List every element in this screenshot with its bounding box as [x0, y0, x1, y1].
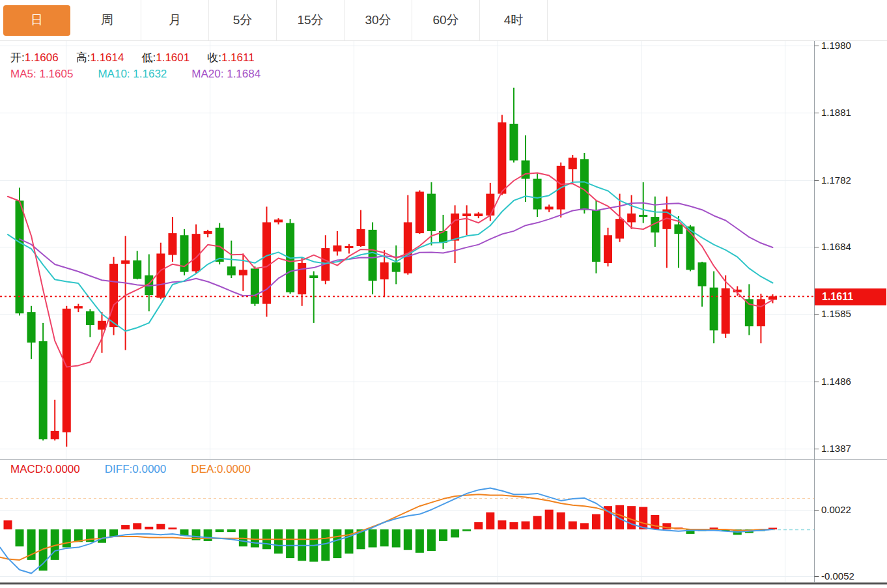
- trading-chart-app: 日周月5分15分30分60分4时 开:1.1606高:1.1614低:1.160…: [0, 0, 887, 588]
- macd-bar: [533, 516, 542, 529]
- diff-value: 0.0000: [132, 463, 166, 475]
- candle-body: [357, 229, 365, 246]
- candle-body: [239, 270, 247, 275]
- candle-body: [627, 214, 636, 223]
- candlestick-chart-canvas[interactable]: [0, 0, 887, 588]
- candle-body: [498, 122, 506, 194]
- low-value: 1.1601: [156, 51, 190, 64]
- price-axis-label: 1.1387: [821, 443, 851, 454]
- candle-body: [533, 179, 542, 210]
- candle-body: [27, 312, 36, 343]
- macd-bar: [404, 529, 412, 550]
- macd-bar: [415, 529, 424, 553]
- macd-bar: [227, 529, 236, 532]
- price-axis-label: 1.1782: [821, 175, 851, 186]
- candle-body: [404, 222, 412, 273]
- candle-body: [369, 230, 377, 281]
- macd-bar: [216, 529, 224, 532]
- candle-body: [639, 215, 647, 217]
- macd-bar: [145, 527, 153, 529]
- ma20-label: MA20:: [191, 68, 223, 80]
- dea-value: 0.0000: [217, 463, 251, 475]
- high-value: 1.1614: [90, 51, 124, 64]
- macd-bar: [498, 520, 506, 529]
- candle-body: [39, 341, 48, 439]
- macd-bar: [462, 529, 471, 531]
- low-label: 低:: [141, 51, 156, 64]
- candle-body: [262, 222, 271, 303]
- macd-bar: [98, 529, 106, 543]
- open-label: 开:: [10, 51, 25, 64]
- macd-axis-label: -0.0052: [821, 570, 854, 581]
- macd-bar: [580, 523, 589, 529]
- macd-bar: [333, 529, 341, 558]
- macd-bar: [345, 529, 353, 553]
- candle-body: [333, 245, 341, 251]
- candle-body: [415, 191, 424, 233]
- macd-bar: [592, 514, 600, 529]
- macd-bar: [133, 523, 141, 529]
- macd-bar: [63, 529, 71, 548]
- current-price-tag: 1.1611: [815, 288, 886, 305]
- macd-axis-label: 0.0022: [821, 504, 851, 515]
- candle-body: [63, 309, 71, 432]
- high-label: 高:: [76, 51, 91, 64]
- dea-label: DEA:: [191, 463, 217, 475]
- price-axis-label: 1.1881: [821, 107, 851, 118]
- macd-bar-pre: [4, 520, 12, 529]
- ma10-value: 1.1632: [133, 68, 167, 80]
- candle-body: [274, 219, 283, 222]
- candle-body: [227, 266, 236, 275]
- macd-bar: [321, 529, 330, 561]
- ohlc-legend: 开:1.1606高:1.1614低:1.1601收:1.1611: [10, 50, 272, 65]
- price-axis-label: 1.1980: [821, 40, 851, 51]
- candle-body: [156, 253, 165, 298]
- macd-bar: [392, 529, 401, 548]
- macd-bar: [380, 529, 389, 546]
- candle-body: [569, 158, 577, 169]
- candle-body: [710, 288, 718, 331]
- candle-body: [462, 214, 471, 216]
- macd-bar: [569, 522, 577, 529]
- candle-body: [309, 275, 318, 278]
- macd-bar: [286, 529, 294, 558]
- macd-bar: [16, 529, 24, 546]
- ma-legend: MA5: 1.1605MA10: 1.1632MA20: 1.1684: [10, 68, 285, 81]
- macd-bar: [651, 515, 659, 529]
- candle-body: [204, 231, 212, 234]
- candle-body: [592, 210, 600, 262]
- macd-bar: [168, 527, 176, 529]
- macd-bar: [509, 522, 518, 529]
- macd-label: MACD:: [10, 463, 46, 475]
- candle-body: [698, 262, 707, 287]
- candle-body: [86, 311, 94, 325]
- candle-body: [580, 159, 589, 210]
- macd-legend: MACD:0.0000DIFF:0.0000DEA:0.0000: [10, 463, 275, 476]
- macd-value: 0.0000: [46, 463, 80, 475]
- macd-bar: [486, 512, 494, 529]
- candle-body: [745, 299, 753, 326]
- ma5-value: 1.1605: [39, 68, 73, 80]
- ma10-label: MA10:: [98, 68, 130, 80]
- candle-body: [509, 124, 518, 160]
- candle-body: [604, 235, 612, 263]
- candle-body: [109, 264, 118, 327]
- candle-body: [121, 260, 130, 264]
- macd-bar: [121, 525, 130, 529]
- diff-label: DIFF:: [105, 463, 133, 475]
- macd-bar: [474, 522, 483, 529]
- candle-body: [757, 299, 765, 326]
- macd-bar: [369, 529, 377, 548]
- macd-bar: [251, 529, 259, 548]
- candle-body: [427, 194, 436, 231]
- candle-body: [615, 219, 624, 238]
- candle-body: [486, 194, 494, 216]
- macd-bar: [204, 529, 212, 541]
- candle-body: [722, 288, 730, 334]
- ma5-label: MA5:: [10, 68, 36, 80]
- price-axis-label: 1.1486: [821, 376, 851, 387]
- macd-bar: [439, 529, 447, 541]
- candle-body: [474, 214, 483, 216]
- price-axis-label: 1.1585: [821, 308, 851, 319]
- candle-body: [51, 431, 59, 440]
